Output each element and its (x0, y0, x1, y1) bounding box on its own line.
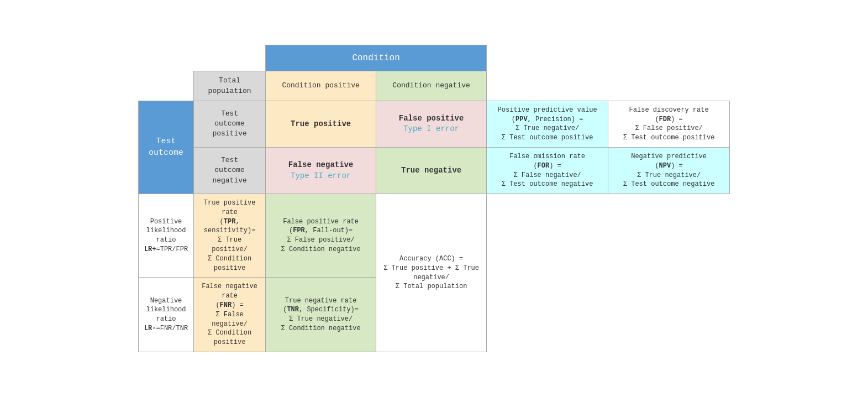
negative-lr-cell: Negativelikelihood ratioLR-=FNR/TNR (138, 278, 193, 352)
bottom-empty-2 (608, 194, 730, 278)
for-cell: False omission rate(FOR) = Σ False negat… (487, 147, 608, 194)
right-empty-4 (608, 71, 730, 101)
corner-empty-1 (138, 45, 193, 71)
test-outcome-negative-cell: Testoutcomenegative (194, 147, 266, 194)
false-positive-label: False positive (399, 114, 464, 123)
tnr-cell: True negative rate(TNR, Specificity)= Σ … (266, 278, 376, 352)
test-outcome-positive-cell: Testoutcomepositive (194, 101, 266, 147)
true-positive-label: True positive (291, 119, 351, 128)
accuracy-cell: Accuracy (ACC) = Σ True positive + Σ Tru… (376, 194, 487, 352)
false-negative-cell: False negative Type II error (266, 147, 376, 194)
condition-negative-header: Condition negative (376, 71, 487, 101)
npv-cell: Negative predictive(NPV) = Σ True negati… (608, 147, 730, 194)
fpr-cell: False positive rate(FPR, Fall-out)= Σ Fa… (266, 194, 376, 278)
right-empty-1 (487, 45, 608, 71)
right-empty-2 (608, 45, 730, 71)
side-empty-1 (138, 71, 193, 101)
bottom-empty-3 (487, 278, 608, 352)
confusion-matrix-table: Condition Totalpopulation Condition posi… (138, 45, 730, 352)
fdr-cell: False discovery rate(FDR) = Σ False posi… (608, 101, 730, 147)
right-empty-3 (487, 71, 608, 101)
type-II-label: Type II error (291, 171, 351, 180)
condition-positive-header: Condition positive (266, 71, 376, 101)
corner-empty-2 (194, 45, 266, 71)
type-I-label: Type I error (403, 124, 459, 133)
confusion-matrix-wrapper: Condition Totalpopulation Condition posi… (138, 45, 730, 352)
tpr-cell: True positive rate(TPR, sensitivity)= Σ … (194, 194, 266, 278)
bottom-empty-1 (487, 194, 608, 278)
fnr-cell: False negative rate(FNR) = Σ False negat… (194, 278, 266, 352)
bottom-empty-4 (608, 278, 730, 352)
positive-lr-cell: Positivelikelihood ratioLR+=TPR/FPR (138, 194, 193, 278)
total-population-cell: Totalpopulation (194, 71, 266, 101)
test-outcome-label: Testoutcome (138, 101, 193, 194)
false-positive-cell: False positive Type I error (376, 101, 487, 147)
true-negative-cell: True negative (376, 147, 487, 194)
ppv-cell: Positive predictive value(PPV, Precision… (487, 101, 608, 147)
true-positive-cell: True positive (266, 101, 376, 147)
condition-header: Condition (266, 45, 487, 71)
false-negative-label: False negative (288, 160, 354, 169)
true-negative-label: True negative (401, 166, 461, 175)
